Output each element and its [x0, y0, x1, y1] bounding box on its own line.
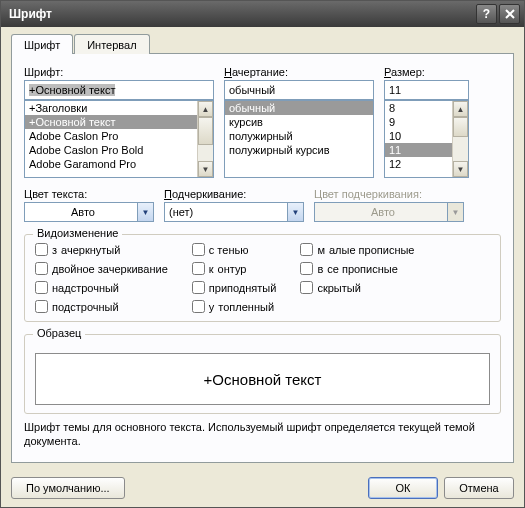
effects-fieldset: Видоизменение зачеркнутый двойное зачерк… — [24, 234, 501, 322]
chevron-down-icon[interactable]: ▼ — [137, 203, 153, 221]
check-superscript[interactable]: надстрочный — [35, 281, 168, 294]
close-button[interactable] — [499, 4, 520, 24]
check-hidden[interactable]: скрытый — [300, 281, 414, 294]
list-item[interactable]: Adobe Caslon Pro Bold — [25, 143, 197, 157]
check-allcaps[interactable]: все прописные — [300, 262, 414, 275]
list-item[interactable]: обычный — [225, 101, 373, 115]
scroll-down-icon[interactable]: ▼ — [453, 161, 468, 177]
list-item[interactable]: 8 — [385, 101, 452, 115]
list-item[interactable]: Adobe Caslon Pro — [25, 129, 197, 143]
window-title: Шрифт — [9, 7, 52, 21]
list-item[interactable]: полужирный курсив — [225, 143, 373, 157]
sample-legend: Образец — [33, 327, 85, 339]
check-emboss[interactable]: приподнятый — [192, 281, 277, 294]
check-engrave[interactable]: утопленный — [192, 300, 277, 313]
chevron-down-icon: ▼ — [447, 203, 463, 221]
scroll-thumb[interactable] — [198, 117, 213, 145]
font-dialog: Шрифт ? Шрифт Интервал Шрифт: +Основной … — [0, 0, 525, 508]
check-strikethrough[interactable]: зачеркнутый — [35, 243, 168, 256]
help-button[interactable]: ? — [476, 4, 497, 24]
list-item[interactable]: 11 — [385, 143, 452, 157]
sample-preview: +Основной текст — [35, 353, 490, 405]
ok-button[interactable]: ОК — [368, 477, 438, 499]
check-outline[interactable]: контур — [192, 262, 277, 275]
tab-panel-font: Шрифт: +Основной текст +Заголовки +Основ… — [11, 53, 514, 463]
scroll-thumb[interactable] — [453, 117, 468, 137]
check-shadow[interactable]: с тенью — [192, 243, 277, 256]
size-label: Размер: — [384, 66, 469, 78]
list-item[interactable]: 12 — [385, 157, 452, 171]
scrollbar[interactable]: ▲ ▼ — [197, 101, 213, 177]
default-button[interactable]: По умолчанию... — [11, 477, 125, 499]
list-item[interactable]: курсив — [225, 115, 373, 129]
underline-color-combo: Авто ▼ — [314, 202, 464, 222]
underline-label: Подчеркивание: — [164, 188, 304, 200]
font-input[interactable]: +Основной текст — [24, 80, 214, 100]
list-item[interactable]: +Основной текст — [25, 115, 197, 129]
list-item[interactable]: полужирный — [225, 129, 373, 143]
sample-fieldset: Образец +Основной текст — [24, 334, 501, 414]
scrollbar[interactable]: ▲ ▼ — [452, 101, 468, 177]
size-input[interactable]: 11 — [384, 80, 469, 100]
effects-legend: Видоизменение — [33, 227, 122, 239]
style-listbox[interactable]: обычный курсив полужирный полужирный кур… — [224, 100, 374, 178]
description-text: Шрифт темы для основного текста. Использ… — [24, 420, 501, 449]
size-listbox[interactable]: 8 9 10 11 12 ▲ ▼ — [384, 100, 469, 178]
tab-font[interactable]: Шрифт — [11, 34, 73, 54]
tab-interval[interactable]: Интервал — [74, 34, 149, 54]
check-double-strike[interactable]: двойное зачеркивание — [35, 262, 168, 275]
tab-strip: Шрифт Интервал — [11, 33, 514, 53]
list-item[interactable]: +Заголовки — [25, 101, 197, 115]
list-item[interactable]: Adobe Garamond Pro — [25, 157, 197, 171]
titlebar: Шрифт ? — [1, 1, 524, 27]
style-input[interactable]: обычный — [224, 80, 374, 100]
font-listbox[interactable]: +Заголовки +Основной текст Adobe Caslon … — [24, 100, 214, 178]
scroll-up-icon[interactable]: ▲ — [453, 101, 468, 117]
underline-combo[interactable]: (нет) ▼ — [164, 202, 304, 222]
chevron-down-icon[interactable]: ▼ — [287, 203, 303, 221]
check-smallcaps[interactable]: малые прописные — [300, 243, 414, 256]
underline-color-label: Цвет подчеркивания: — [314, 188, 464, 200]
text-color-combo[interactable]: Авто ▼ — [24, 202, 154, 222]
check-subscript[interactable]: подстрочный — [35, 300, 168, 313]
list-item[interactable]: 9 — [385, 115, 452, 129]
text-color-label: Цвет текста: — [24, 188, 154, 200]
dialog-footer: По умолчанию... ОК Отмена — [1, 469, 524, 507]
scroll-up-icon[interactable]: ▲ — [198, 101, 213, 117]
style-label: Начертание: — [224, 66, 374, 78]
scroll-down-icon[interactable]: ▼ — [198, 161, 213, 177]
cancel-button[interactable]: Отмена — [444, 477, 514, 499]
font-label: Шрифт: — [24, 66, 214, 78]
list-item[interactable]: 10 — [385, 129, 452, 143]
